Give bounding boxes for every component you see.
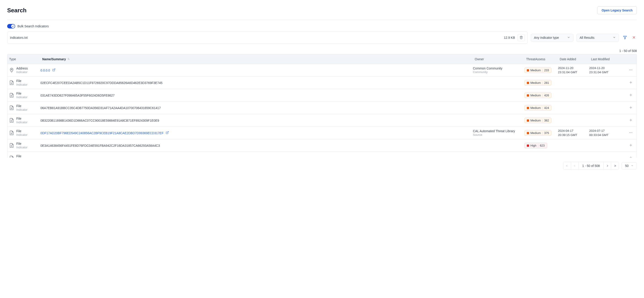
first-page-button[interactable] [564,162,571,170]
file-icon [9,105,14,110]
chevron-down-icon [567,36,570,40]
add-button[interactable] [625,143,636,148]
results-filter-value: All Results [580,36,594,39]
file-upload-box[interactable]: indicators.txt 12.9 KB [7,32,528,44]
indicator-type-select[interactable]: Any indicator type [531,34,573,42]
filter-icon [623,35,627,40]
page-size-select[interactable]: 50 [622,162,637,169]
external-link-icon[interactable] [166,131,169,135]
row-date-added: 2024-04-1720:39:15 GMT [558,129,589,137]
row-type: File [16,91,28,95]
row-subtype: Indicator [16,70,28,74]
file-icon [9,156,14,158]
filter-button[interactable] [622,35,628,41]
add-button[interactable] [625,80,636,85]
add-button[interactable] [625,105,636,110]
check-icon [11,25,15,28]
chevron-down-icon [613,36,616,40]
row-name[interactable]: 0DF17AD20BF796ED549C240856AC2BF9CEB19F21… [40,131,473,135]
column-name[interactable]: Name/Summary [40,57,473,61]
more-actions-button[interactable] [625,68,636,73]
threat-badge: Medium|281 [524,80,552,86]
threat-badge: Medium|375 [524,130,552,136]
svg-line-29 [167,131,168,133]
bulk-search-label: Bulk Search Indicators [18,25,49,28]
last-page-button[interactable] [611,162,619,170]
row-threat: Medium|281 [524,80,558,86]
row-last-modified: 2024-11-2023:31:04 GMT [589,66,625,74]
row-type: File [16,116,28,120]
close-icon [632,36,636,40]
table-row: FileIndicator06A7EB81A91BBCC35C4DB7750DA… [8,102,636,114]
results-table: Type Name/Summary Owner ThreatAssess Dat… [7,54,637,158]
file-size: 12.9 KB [504,36,515,39]
file-icon [9,80,14,85]
plus-icon [629,93,633,98]
column-type[interactable]: Type [8,57,40,61]
add-button[interactable] [625,93,636,98]
file-icon [9,143,14,148]
threat-badge: Medium|233 [524,67,552,73]
row-type: File [16,104,28,108]
svg-point-31 [630,132,631,133]
row-name: 0B3220B11698B1436D1D866AC07CC90018E59884… [40,119,473,122]
table-row: FileIndicator0DF17AD20BF796ED549C240856A… [8,127,636,139]
table-row: FileIndicator0E3A14638456F4451FE8D76FDC0… [8,139,636,152]
table-row: FileIndicator02ECFC4E207CEEDA2AB5C1D11F9… [8,77,636,89]
next-page-button[interactable] [604,162,611,170]
external-link-icon[interactable] [52,68,56,72]
row-threat: Medium|382 [524,118,558,123]
row-name: 0E3A14638456F4451FE8D76FDC04E591FBA942C2… [40,144,473,147]
results-filter-select[interactable]: All Results [576,34,619,42]
open-legacy-search-button[interactable]: Open Legacy Search [597,6,637,14]
add-button[interactable] [625,118,636,123]
column-date-added[interactable]: Date Added [558,57,589,61]
row-subtype: Indicator [16,133,28,137]
svg-point-10 [632,70,632,70]
column-last-modified[interactable]: Last Modified [589,57,625,61]
row-name[interactable]: 0.0.0.0 [40,68,473,72]
clear-button[interactable] [631,35,637,41]
pagination: 1 - 50 of 508 50 [7,158,637,174]
row-threat: Medium|233 [524,67,558,73]
bulk-search-toggle[interactable] [7,24,15,29]
file-icon [9,93,14,98]
page-header: Search Open Legacy Search [7,6,637,20]
delete-file-button[interactable] [518,34,525,41]
row-last-modified: 2024-07-1700:33:04 GMT [589,129,625,137]
column-threat[interactable]: ThreatAssess [524,57,558,61]
threat-badge: High|623 [524,143,547,148]
svg-point-6 [11,69,12,70]
sort-icon [67,57,70,61]
table-row: FileIndicator0B3220B11698B1436D1D866AC07… [8,114,636,127]
plus-icon [629,105,633,110]
row-threat: High|623 [524,143,558,148]
row-threat: Medium|375 [524,130,558,136]
row-type: File [16,79,28,83]
more-horizontal-icon [629,68,633,73]
trash-icon [520,36,523,40]
row-name: 02ECFC4E207CEEDA2AB5C1D11F9726920C97DDDA… [40,81,473,85]
row-threat: Medium|424 [524,105,558,111]
more-actions-button[interactable] [625,131,636,135]
threat-badge: Medium|426 [524,93,552,98]
row-threat: Medium|426 [524,93,558,98]
svg-line-7 [54,69,55,70]
plus-icon [629,80,633,85]
threat-badge: Medium|382 [524,118,552,123]
more-horizontal-icon [629,131,633,135]
page-size-value: 50 [625,164,628,168]
table-row: FileIndicator [8,152,636,158]
column-owner[interactable]: Owner [473,57,524,61]
row-subtype: Indicator [16,146,28,150]
svg-point-9 [630,70,631,70]
prev-page-button[interactable] [571,162,579,170]
row-type: File [16,154,28,158]
file-name: indicators.txt [10,36,28,39]
add-button[interactable] [625,156,636,158]
plus-icon [629,118,633,123]
plus-icon [629,156,633,158]
threat-badge: Medium|424 [524,105,552,111]
row-type: File [16,141,28,146]
row-name: 031AE743DD827F098A65A3F55F6024D6D5FE8627 [40,94,473,97]
